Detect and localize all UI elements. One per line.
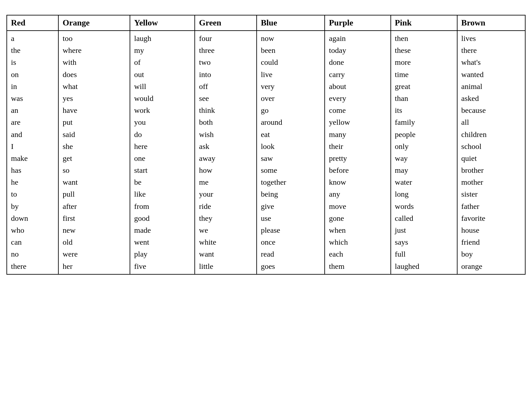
column-header-orange: Orange: [58, 15, 130, 31]
word-cell-orange: too where with does what yes have put sa…: [58, 31, 130, 274]
word-cell-yellow: laugh my of out will would work you do h…: [130, 31, 195, 274]
word-cell-brown: lives there what's wanted animal asked b…: [457, 31, 525, 274]
word-cell-purple: again today done carry about every come …: [325, 31, 390, 274]
column-header-blue: Blue: [257, 15, 325, 31]
column-header-yellow: Yellow: [130, 15, 195, 31]
column-header-purple: Purple: [325, 15, 390, 31]
word-cell-red: a the is on in was an are and I make has…: [7, 31, 58, 274]
column-header-red: Red: [7, 15, 58, 31]
word-cell-green: four three two into off see think both w…: [195, 31, 257, 274]
word-cell-pink: then these more time great than its fami…: [391, 31, 457, 274]
word-cell-blue: now been could live very over go around …: [257, 31, 325, 274]
column-header-pink: Pink: [391, 15, 457, 31]
column-header-green: Green: [195, 15, 257, 31]
column-header-brown: Brown: [457, 15, 525, 31]
word-list-table: RedOrangeYellowGreenBluePurplePinkBrown …: [6, 15, 526, 275]
